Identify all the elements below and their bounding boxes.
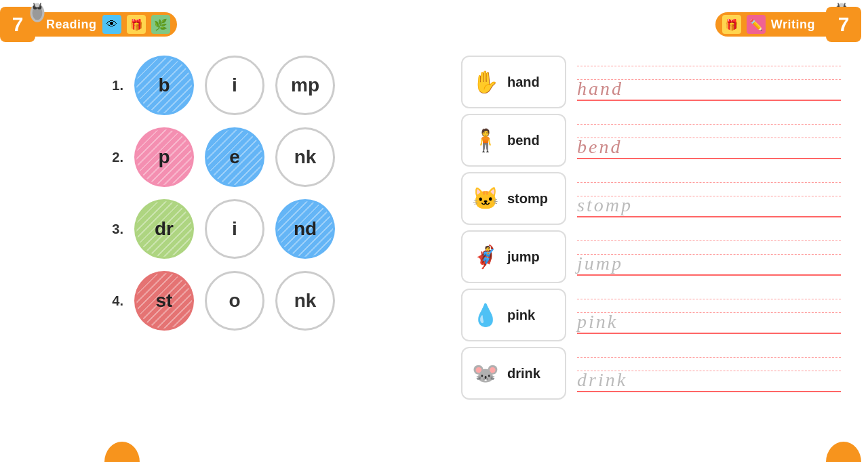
word-label-pink: pink <box>507 308 535 323</box>
reading-row-2: 2. p e nk <box>104 127 335 187</box>
row-number-4: 4. <box>104 293 123 309</box>
base-line-drink <box>577 391 841 392</box>
trace-text-drink: drink <box>577 369 627 391</box>
base-line-pink <box>577 333 841 334</box>
circle-1-2: i <box>205 56 264 115</box>
writing-row-jump: 🦸 jump jump <box>461 230 841 283</box>
guide-line-top-pink <box>577 299 841 299</box>
banner-icon-pencil: ✏️ <box>747 15 766 34</box>
writing-label: Writing <box>771 18 815 32</box>
trace-lines-jump: jump <box>577 230 841 283</box>
emoji-drink: 🐭 <box>471 358 500 388</box>
base-line <box>577 100 841 101</box>
circle-3-3: nd <box>275 199 335 259</box>
word-label-drink: drink <box>507 366 540 381</box>
circle-2-3: nk <box>275 127 335 187</box>
trace-text-stomp: stomp <box>577 194 633 216</box>
trace-text-hand: hand <box>577 78 623 100</box>
emoji-bend: 🧍 <box>471 125 500 155</box>
circle-4-1: st <box>134 271 194 331</box>
circle-2-2: e <box>205 127 264 187</box>
writing-row-stomp: 🐱 stomp stomp <box>461 172 841 225</box>
trace-lines-hand: hand <box>577 56 841 108</box>
left-panel: 7 Reading 👁 🎁 🌿 <box>0 0 434 462</box>
reading-banner: 7 Reading 👁 🎁 🌿 <box>0 7 177 42</box>
circle-1-1: b <box>134 56 194 115</box>
row-number-1: 1. <box>104 78 123 93</box>
reading-row-3: 3. dr i nd <box>104 199 335 259</box>
mouse-icon-left <box>23 0 177 28</box>
base-line-bend <box>577 158 841 159</box>
banner-icon-gift2: 🎁 <box>722 15 741 34</box>
trace-lines-drink: drink <box>577 347 841 400</box>
writing-row-drink: 🐭 drink drink <box>461 347 841 400</box>
guide-line-top <box>577 66 841 66</box>
bottom-arc-right <box>826 442 861 462</box>
reading-row-4: 4. st o nk <box>104 271 335 331</box>
writing-number: 7 <box>826 7 861 42</box>
mouse-svg-left <box>23 0 52 26</box>
emoji-jump: 🦸 <box>471 242 500 272</box>
right-panel: 🎁 ✏️ Writing 7 <box>434 0 868 462</box>
circle-3-2: i <box>205 199 264 259</box>
trace-text-pink: pink <box>577 311 618 333</box>
writing-section: ✋ hand hand 🧍 bend <box>434 45 868 400</box>
guide-line-top-jump <box>577 240 841 241</box>
trace-lines-stomp: stomp <box>577 172 841 225</box>
reading-section: 1. b i mp 2. p e nk 3. dr i nd 4. st o n… <box>0 45 335 331</box>
guide-line-top-drink <box>577 357 841 358</box>
writing-row-pink: 💧 pink pink <box>461 289 841 341</box>
circle-2-1: p <box>134 127 194 187</box>
circle-4-2: o <box>205 271 264 331</box>
writing-row-bend: 🧍 bend bend <box>461 114 841 167</box>
base-line-jump <box>577 274 841 276</box>
writing-banner: 🎁 ✏️ Writing 7 <box>715 7 861 42</box>
word-label-jump: jump <box>507 249 540 265</box>
circle-3-1: dr <box>134 199 194 259</box>
circle-1-3: mp <box>275 56 335 115</box>
guide-line-top-stomp <box>577 182 841 183</box>
writing-banner-container: 🎁 ✏️ Writing 7 <box>434 7 868 42</box>
writing-bar: 🎁 ✏️ Writing <box>715 12 829 37</box>
word-card-bend: 🧍 bend <box>461 114 566 167</box>
word-card-jump: 🦸 jump <box>461 230 566 283</box>
trace-lines-bend: bend <box>577 114 841 167</box>
reading-banner-container: 7 Reading 👁 🎁 🌿 <box>0 7 434 42</box>
emoji-stomp: 🐱 <box>471 184 500 213</box>
word-label-bend: bend <box>507 133 540 148</box>
writing-row-hand: ✋ hand hand <box>461 56 841 108</box>
guide-line-top-bend <box>577 124 841 125</box>
word-card-pink: 💧 pink <box>461 289 566 341</box>
reading-row-1: 1. b i mp <box>104 56 335 115</box>
circle-4-3: nk <box>275 271 335 331</box>
bottom-arc-left <box>104 442 140 462</box>
word-card-stomp: 🐱 stomp <box>461 172 566 225</box>
word-card-hand: ✋ hand <box>461 56 566 108</box>
trace-lines-pink: pink <box>577 289 841 341</box>
trace-text-bend: bend <box>577 136 622 158</box>
emoji-hand: ✋ <box>471 67 500 97</box>
word-label-stomp: stomp <box>507 191 548 207</box>
trace-text-jump: jump <box>577 253 623 274</box>
row-number-2: 2. <box>104 150 123 165</box>
emoji-pink: 💧 <box>471 300 500 330</box>
base-line-stomp <box>577 216 841 217</box>
row-number-3: 3. <box>104 222 123 237</box>
word-label-hand: hand <box>507 75 540 90</box>
word-card-drink: 🐭 drink <box>461 347 566 400</box>
